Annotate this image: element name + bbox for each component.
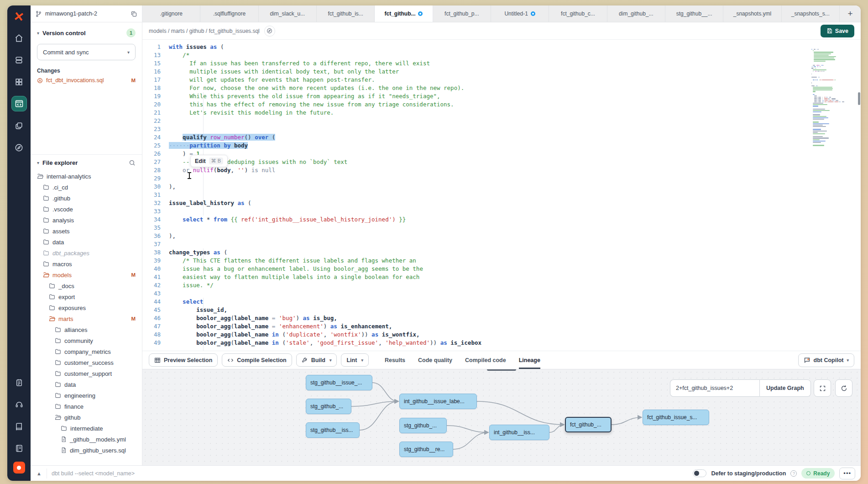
command-input[interactable]: dbt build --select <model_name> — [52, 470, 688, 477]
editor-tab[interactable]: stg_github__... — [665, 5, 723, 22]
changelog-icon[interactable] — [11, 375, 27, 390]
tab-code-quality[interactable]: Code quality — [418, 351, 452, 369]
code-line[interactable]: 19 While this prevents the old issue fro… — [142, 92, 861, 100]
code-line[interactable]: 36), — [142, 232, 861, 240]
changed-file-row[interactable]: fct_dbt_invocations.sqlM — [31, 75, 142, 86]
code-line[interactable]: 27 -- don't try deduping issues with no … — [142, 158, 861, 166]
code-line[interactable]: 49 boolor_agg(label_name in ('stale', 'g… — [142, 339, 861, 347]
fullscreen-button[interactable] — [814, 379, 831, 397]
code-line[interactable]: 22 — [142, 117, 861, 125]
code-line[interactable]: 45 issue_id, — [142, 306, 861, 314]
lineage-node[interactable]: fct_github_issue_s... — [643, 410, 709, 425]
code-line[interactable]: 33 — [142, 207, 861, 216]
environments-icon[interactable] — [11, 52, 27, 68]
support-icon[interactable] — [11, 397, 27, 412]
code-line[interactable]: 38change_types as ( — [142, 248, 861, 257]
search-icon[interactable] — [129, 159, 136, 166]
code-line[interactable]: 18 For now, choose the one with more rec… — [142, 84, 861, 92]
code-line[interactable]: 44 select — [142, 298, 861, 306]
dashboard-icon[interactable] — [11, 74, 27, 89]
ide-editor-icon[interactable] — [11, 96, 27, 111]
editor-tab[interactable]: fct_github_is... — [317, 5, 375, 22]
code-line[interactable]: 23 — [142, 125, 861, 133]
editor-tab[interactable]: .gitignore — [142, 5, 200, 22]
commit-and-sync-button[interactable]: Commit and sync ▾ — [37, 44, 136, 60]
file-tree-item[interactable]: .ci_cd — [31, 182, 142, 193]
new-tab-button[interactable]: + — [840, 5, 861, 22]
code-line[interactable]: 46 boolor_agg(label_name = 'bug') as is_… — [142, 314, 861, 322]
code-line[interactable]: 1with issues as ( — [142, 43, 861, 51]
editor-tab[interactable]: fct_github_p... — [433, 5, 491, 22]
jobs-icon[interactable] — [11, 118, 27, 133]
code-line[interactable]: 20 this has the effect of removing the n… — [142, 100, 861, 109]
tab-lineage[interactable]: Lineage — [519, 351, 540, 369]
file-tree-item[interactable]: analysis — [31, 215, 142, 226]
file-explorer-header[interactable]: ▾ File explorer — [31, 154, 142, 171]
explore-icon[interactable] — [11, 140, 27, 155]
minimap[interactable] — [811, 49, 855, 147]
save-button[interactable]: Save — [821, 25, 854, 37]
lineage-node[interactable]: stg_github_... — [399, 418, 447, 433]
lineage-node[interactable]: stg_github_... — [306, 399, 351, 414]
file-tree-item[interactable]: finance — [31, 401, 142, 412]
dbt-copilot-button[interactable]: dbt Copilot ▾ — [798, 353, 854, 367]
explore-lineage-icon[interactable] — [264, 26, 275, 37]
file-tree-item[interactable]: martsM — [31, 313, 142, 324]
lineage-node[interactable]: fct_github_... — [565, 417, 612, 432]
dbt-flame-logo-icon[interactable] — [13, 462, 25, 473]
lineage-node[interactable]: int_github__issue_labe... — [399, 394, 477, 409]
update-graph-button[interactable]: Update Graph — [759, 379, 811, 397]
edit-popover-button[interactable]: Edit ⌘ B — [190, 155, 228, 167]
editor-tab[interactable]: Untitled-1 — [491, 5, 549, 22]
code-line[interactable]: 25······partition by body — [142, 142, 861, 150]
file-tree-item[interactable]: data — [31, 237, 142, 247]
code-line[interactable]: 17 will get updates for events that happ… — [142, 76, 861, 84]
code-line[interactable]: 39 /* This CTE flattens the different is… — [142, 257, 861, 265]
build-button[interactable]: Build▾ — [296, 353, 337, 367]
code-line[interactable]: 21 Let's revisit this modeling in the fu… — [142, 109, 861, 117]
refresh-button[interactable] — [835, 379, 852, 397]
file-tree-item[interactable]: data — [31, 379, 142, 390]
lineage-node[interactable]: int_github__iss... — [489, 425, 549, 440]
copy-icon[interactable] — [131, 11, 137, 17]
home-icon[interactable] — [11, 30, 27, 46]
code-line[interactable]: 43 — [142, 289, 861, 298]
code-line[interactable]: 37 — [142, 240, 861, 248]
file-tree-item[interactable]: _github__models.yml — [31, 434, 142, 445]
file-tree-item[interactable]: .github — [31, 193, 142, 204]
tab-results[interactable]: Results — [385, 351, 405, 369]
file-tree-item[interactable]: customer_success — [31, 357, 142, 368]
file-tree-item[interactable]: modelsM — [31, 269, 142, 280]
editor-tab[interactable]: _snapshots.yml — [723, 5, 781, 22]
tab-compiled-code[interactable]: Compiled code — [465, 351, 506, 369]
code-line[interactable]: 31 — [142, 191, 861, 199]
expand-command-bar-button[interactable]: ▲ — [36, 468, 47, 479]
code-line[interactable]: 40 issue has a bug or enhancement label.… — [142, 265, 861, 273]
code-line[interactable]: 42 issue. */ — [142, 281, 861, 289]
code-line[interactable]: 35 — [142, 224, 861, 232]
lineage-filter-input[interactable] — [670, 379, 759, 397]
code-line[interactable]: 16 multiple issues with identical body t… — [142, 68, 861, 76]
help-icon[interactable]: ? — [790, 470, 797, 477]
code-line[interactable]: 15 If an issue has been transferred to a… — [142, 59, 861, 68]
file-tree-item[interactable]: alliances — [31, 324, 142, 335]
file-tree-item[interactable]: assets — [31, 226, 142, 237]
editor-tab[interactable]: dim_slack_u... — [259, 5, 317, 22]
file-tree-item[interactable]: dbt_packages — [31, 247, 142, 258]
code-line[interactable]: 24 qualify row_number() over ( — [142, 133, 861, 142]
code-line[interactable]: 48 boolor_agg(label_name in ('duplicate'… — [142, 331, 861, 339]
code-line[interactable]: 28 or nullif(body, '') is null — [142, 166, 861, 174]
file-tree-item[interactable]: github — [31, 412, 142, 423]
more-options-button[interactable]: ••• — [839, 468, 855, 479]
file-tree-item[interactable]: customer_support — [31, 368, 142, 379]
editor-tab[interactable]: fct_github_c... — [549, 5, 607, 22]
file-tree-item[interactable]: export — [31, 291, 142, 302]
code-line[interactable]: 41 easiest way to flatten multiple label… — [142, 273, 861, 281]
preview-selection-button[interactable]: Preview Selection — [149, 353, 218, 367]
notebook-icon[interactable] — [11, 441, 27, 456]
file-tree-item[interactable]: intermediate — [31, 423, 142, 434]
code-line[interactable]: 34 select * from {{ ref('int_github__iss… — [142, 216, 861, 224]
code-line[interactable]: 32issue_label_history as ( — [142, 199, 861, 207]
lineage-node[interactable]: stg_github__iss... — [306, 422, 360, 438]
editor-tab[interactable]: _snapshots_s... — [782, 5, 840, 22]
